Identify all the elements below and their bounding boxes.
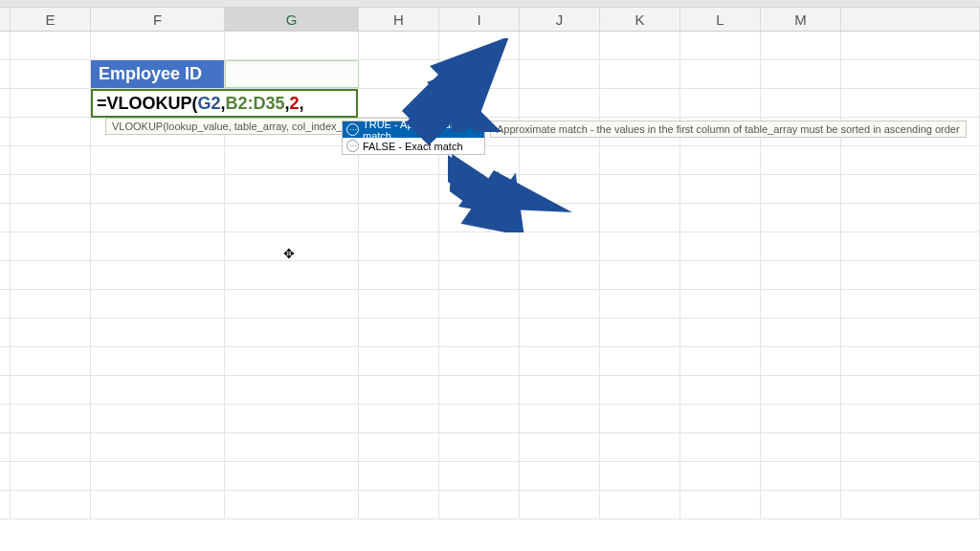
cell[interactable]: [520, 319, 600, 346]
cell[interactable]: [91, 433, 225, 461]
cell[interactable]: [359, 491, 439, 518]
cell[interactable]: [680, 175, 761, 203]
cell[interactable]: [841, 376, 980, 404]
cell[interactable]: [0, 232, 11, 260]
cell[interactable]: [680, 491, 761, 518]
col-header-J[interactable]: J: [520, 8, 600, 31]
col-header-K[interactable]: K: [600, 8, 680, 31]
cell[interactable]: [359, 462, 439, 490]
cell[interactable]: [0, 204, 11, 231]
cell[interactable]: [841, 89, 980, 117]
cell[interactable]: [680, 347, 761, 375]
cell-E1[interactable]: [11, 32, 91, 59]
cell[interactable]: [680, 405, 761, 432]
cell[interactable]: [11, 290, 91, 318]
cell[interactable]: [520, 462, 600, 490]
cell[interactable]: [359, 290, 439, 318]
cell[interactable]: [91, 175, 225, 203]
cell[interactable]: [761, 232, 841, 260]
cell[interactable]: [0, 89, 11, 117]
cell[interactable]: [841, 175, 980, 203]
cell[interactable]: [841, 232, 980, 260]
cell-E2[interactable]: [11, 60, 91, 88]
cell[interactable]: [439, 319, 520, 346]
cell[interactable]: [600, 232, 680, 260]
cell[interactable]: [91, 376, 225, 404]
cell[interactable]: [359, 204, 439, 231]
cell-M2[interactable]: [761, 60, 841, 88]
worksheet[interactable]: E F G H I J K L M Employee ID: [0, 0, 980, 551]
cell-G1[interactable]: [225, 32, 359, 59]
cell[interactable]: [841, 60, 980, 88]
cell[interactable]: [11, 175, 91, 203]
cell-J1[interactable]: [520, 32, 600, 59]
cell[interactable]: [761, 462, 841, 490]
cell[interactable]: [520, 261, 600, 289]
cell-J3[interactable]: [520, 89, 600, 117]
cell[interactable]: [761, 347, 841, 375]
cell[interactable]: [0, 376, 11, 404]
cell[interactable]: [439, 405, 520, 432]
cell[interactable]: [11, 232, 91, 260]
col-header-M[interactable]: M: [761, 8, 841, 31]
cell[interactable]: [761, 146, 841, 174]
cell[interactable]: [680, 290, 761, 318]
cell[interactable]: [0, 405, 11, 432]
cell[interactable]: [0, 347, 11, 375]
cell[interactable]: [225, 462, 359, 490]
cell[interactable]: [359, 405, 439, 432]
cell[interactable]: [0, 319, 11, 346]
cell[interactable]: [225, 405, 359, 432]
cell[interactable]: [841, 319, 980, 346]
cell[interactable]: [600, 261, 680, 289]
cell[interactable]: [761, 261, 841, 289]
cell[interactable]: [680, 433, 761, 461]
cell[interactable]: [91, 261, 225, 289]
cell[interactable]: [11, 405, 91, 432]
formula-input[interactable]: =VLOOKUP( G2 , B2:D35 , 2 ,: [91, 89, 358, 118]
cell-L1[interactable]: [680, 32, 761, 59]
col-header-F[interactable]: F: [91, 8, 225, 31]
cell[interactable]: [600, 433, 680, 461]
cell[interactable]: [841, 261, 980, 289]
cell[interactable]: [0, 433, 11, 461]
cell[interactable]: [225, 175, 359, 203]
cell-J2[interactable]: [520, 60, 600, 88]
cell[interactable]: [0, 32, 11, 59]
cell[interactable]: [225, 232, 359, 260]
cell[interactable]: [520, 347, 600, 375]
cell[interactable]: [841, 491, 980, 518]
cell[interactable]: [91, 405, 225, 432]
cell[interactable]: [439, 347, 520, 375]
cell[interactable]: [11, 118, 91, 145]
cell[interactable]: [225, 290, 359, 318]
cell[interactable]: [359, 433, 439, 461]
cell[interactable]: [439, 376, 520, 404]
cell-L2[interactable]: [680, 60, 761, 88]
cell[interactable]: [91, 146, 225, 174]
cell[interactable]: [841, 405, 980, 432]
cell[interactable]: [841, 146, 980, 174]
cell-K3[interactable]: [600, 89, 680, 117]
cell[interactable]: [225, 146, 359, 174]
cell[interactable]: [841, 32, 980, 59]
cell[interactable]: [761, 175, 841, 203]
cell-K2[interactable]: [600, 60, 680, 88]
cell[interactable]: [0, 261, 11, 289]
cell[interactable]: [680, 319, 761, 346]
col-header-G[interactable]: G: [225, 8, 359, 31]
cell[interactable]: [600, 290, 680, 318]
cell-E3[interactable]: [11, 89, 91, 117]
cell[interactable]: [11, 261, 91, 289]
cell[interactable]: [680, 462, 761, 490]
cell[interactable]: [225, 261, 359, 289]
cell[interactable]: [91, 290, 225, 318]
cell[interactable]: [761, 204, 841, 231]
cell[interactable]: [600, 146, 680, 174]
cell[interactable]: [841, 347, 980, 375]
cell-L3[interactable]: [680, 89, 761, 117]
cell[interactable]: [359, 376, 439, 404]
cell[interactable]: [11, 376, 91, 404]
cell[interactable]: [0, 175, 11, 203]
cell[interactable]: [841, 290, 980, 318]
